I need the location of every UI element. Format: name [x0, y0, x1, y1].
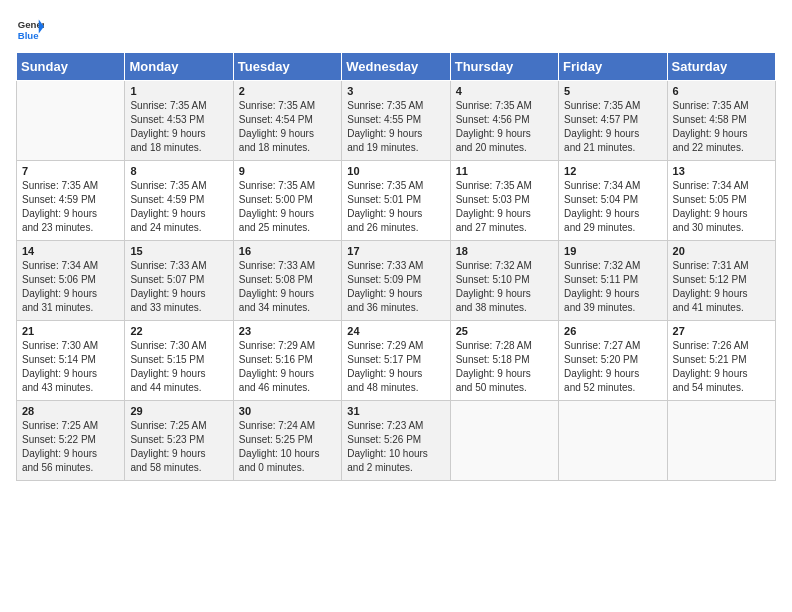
day-number: 28	[22, 405, 119, 417]
week-row-3: 14Sunrise: 7:34 AMSunset: 5:06 PMDayligh…	[17, 241, 776, 321]
day-number: 27	[673, 325, 770, 337]
calendar-cell: 9Sunrise: 7:35 AMSunset: 5:00 PMDaylight…	[233, 161, 341, 241]
logo-icon: General Blue	[16, 16, 44, 44]
calendar-cell: 31Sunrise: 7:23 AMSunset: 5:26 PMDayligh…	[342, 401, 450, 481]
calendar-cell: 20Sunrise: 7:31 AMSunset: 5:12 PMDayligh…	[667, 241, 775, 321]
calendar-cell: 24Sunrise: 7:29 AMSunset: 5:17 PMDayligh…	[342, 321, 450, 401]
day-number: 26	[564, 325, 661, 337]
calendar-cell: 26Sunrise: 7:27 AMSunset: 5:20 PMDayligh…	[559, 321, 667, 401]
calendar-cell: 27Sunrise: 7:26 AMSunset: 5:21 PMDayligh…	[667, 321, 775, 401]
day-info: Sunrise: 7:35 AMSunset: 5:03 PMDaylight:…	[456, 179, 553, 235]
day-info: Sunrise: 7:30 AMSunset: 5:15 PMDaylight:…	[130, 339, 227, 395]
calendar-cell	[17, 81, 125, 161]
calendar-cell: 15Sunrise: 7:33 AMSunset: 5:07 PMDayligh…	[125, 241, 233, 321]
day-number: 18	[456, 245, 553, 257]
day-number: 13	[673, 165, 770, 177]
header: General Blue	[16, 16, 776, 44]
day-info: Sunrise: 7:31 AMSunset: 5:12 PMDaylight:…	[673, 259, 770, 315]
day-number: 21	[22, 325, 119, 337]
calendar-body: 1Sunrise: 7:35 AMSunset: 4:53 PMDaylight…	[17, 81, 776, 481]
day-number: 15	[130, 245, 227, 257]
day-number: 19	[564, 245, 661, 257]
day-number: 2	[239, 85, 336, 97]
calendar-cell: 28Sunrise: 7:25 AMSunset: 5:22 PMDayligh…	[17, 401, 125, 481]
calendar-cell: 5Sunrise: 7:35 AMSunset: 4:57 PMDaylight…	[559, 81, 667, 161]
day-info: Sunrise: 7:34 AMSunset: 5:05 PMDaylight:…	[673, 179, 770, 235]
calendar-cell: 30Sunrise: 7:24 AMSunset: 5:25 PMDayligh…	[233, 401, 341, 481]
day-info: Sunrise: 7:29 AMSunset: 5:17 PMDaylight:…	[347, 339, 444, 395]
day-number: 6	[673, 85, 770, 97]
calendar-cell: 4Sunrise: 7:35 AMSunset: 4:56 PMDaylight…	[450, 81, 558, 161]
day-info: Sunrise: 7:35 AMSunset: 5:01 PMDaylight:…	[347, 179, 444, 235]
calendar-cell: 23Sunrise: 7:29 AMSunset: 5:16 PMDayligh…	[233, 321, 341, 401]
svg-text:Blue: Blue	[18, 30, 39, 41]
day-info: Sunrise: 7:33 AMSunset: 5:09 PMDaylight:…	[347, 259, 444, 315]
days-header-row: SundayMondayTuesdayWednesdayThursdayFrid…	[17, 53, 776, 81]
day-number: 14	[22, 245, 119, 257]
day-number: 23	[239, 325, 336, 337]
calendar-cell: 19Sunrise: 7:32 AMSunset: 5:11 PMDayligh…	[559, 241, 667, 321]
day-number: 22	[130, 325, 227, 337]
day-info: Sunrise: 7:35 AMSunset: 4:59 PMDaylight:…	[22, 179, 119, 235]
day-number: 11	[456, 165, 553, 177]
column-header-monday: Monday	[125, 53, 233, 81]
day-number: 10	[347, 165, 444, 177]
calendar-cell: 29Sunrise: 7:25 AMSunset: 5:23 PMDayligh…	[125, 401, 233, 481]
day-number: 4	[456, 85, 553, 97]
day-info: Sunrise: 7:33 AMSunset: 5:08 PMDaylight:…	[239, 259, 336, 315]
day-number: 24	[347, 325, 444, 337]
day-info: Sunrise: 7:35 AMSunset: 4:59 PMDaylight:…	[130, 179, 227, 235]
day-info: Sunrise: 7:34 AMSunset: 5:04 PMDaylight:…	[564, 179, 661, 235]
column-header-tuesday: Tuesday	[233, 53, 341, 81]
day-info: Sunrise: 7:35 AMSunset: 4:56 PMDaylight:…	[456, 99, 553, 155]
calendar-cell: 21Sunrise: 7:30 AMSunset: 5:14 PMDayligh…	[17, 321, 125, 401]
week-row-4: 21Sunrise: 7:30 AMSunset: 5:14 PMDayligh…	[17, 321, 776, 401]
day-info: Sunrise: 7:35 AMSunset: 5:00 PMDaylight:…	[239, 179, 336, 235]
calendar-cell: 10Sunrise: 7:35 AMSunset: 5:01 PMDayligh…	[342, 161, 450, 241]
day-info: Sunrise: 7:24 AMSunset: 5:25 PMDaylight:…	[239, 419, 336, 475]
column-header-saturday: Saturday	[667, 53, 775, 81]
calendar-cell: 1Sunrise: 7:35 AMSunset: 4:53 PMDaylight…	[125, 81, 233, 161]
day-info: Sunrise: 7:28 AMSunset: 5:18 PMDaylight:…	[456, 339, 553, 395]
day-number: 31	[347, 405, 444, 417]
day-info: Sunrise: 7:29 AMSunset: 5:16 PMDaylight:…	[239, 339, 336, 395]
week-row-5: 28Sunrise: 7:25 AMSunset: 5:22 PMDayligh…	[17, 401, 776, 481]
calendar-cell	[450, 401, 558, 481]
day-number: 29	[130, 405, 227, 417]
day-number: 30	[239, 405, 336, 417]
day-number: 9	[239, 165, 336, 177]
day-info: Sunrise: 7:32 AMSunset: 5:11 PMDaylight:…	[564, 259, 661, 315]
calendar-cell: 25Sunrise: 7:28 AMSunset: 5:18 PMDayligh…	[450, 321, 558, 401]
day-number: 7	[22, 165, 119, 177]
day-info: Sunrise: 7:35 AMSunset: 4:57 PMDaylight:…	[564, 99, 661, 155]
day-info: Sunrise: 7:35 AMSunset: 4:53 PMDaylight:…	[130, 99, 227, 155]
day-info: Sunrise: 7:35 AMSunset: 4:54 PMDaylight:…	[239, 99, 336, 155]
column-header-thursday: Thursday	[450, 53, 558, 81]
day-info: Sunrise: 7:35 AMSunset: 4:55 PMDaylight:…	[347, 99, 444, 155]
day-number: 17	[347, 245, 444, 257]
calendar-cell	[667, 401, 775, 481]
calendar-cell: 6Sunrise: 7:35 AMSunset: 4:58 PMDaylight…	[667, 81, 775, 161]
calendar-cell: 22Sunrise: 7:30 AMSunset: 5:15 PMDayligh…	[125, 321, 233, 401]
day-number: 8	[130, 165, 227, 177]
day-info: Sunrise: 7:30 AMSunset: 5:14 PMDaylight:…	[22, 339, 119, 395]
column-header-friday: Friday	[559, 53, 667, 81]
day-number: 16	[239, 245, 336, 257]
day-info: Sunrise: 7:34 AMSunset: 5:06 PMDaylight:…	[22, 259, 119, 315]
week-row-1: 1Sunrise: 7:35 AMSunset: 4:53 PMDaylight…	[17, 81, 776, 161]
day-number: 5	[564, 85, 661, 97]
day-info: Sunrise: 7:26 AMSunset: 5:21 PMDaylight:…	[673, 339, 770, 395]
calendar-cell: 7Sunrise: 7:35 AMSunset: 4:59 PMDaylight…	[17, 161, 125, 241]
calendar-cell: 2Sunrise: 7:35 AMSunset: 4:54 PMDaylight…	[233, 81, 341, 161]
day-info: Sunrise: 7:35 AMSunset: 4:58 PMDaylight:…	[673, 99, 770, 155]
day-number: 20	[673, 245, 770, 257]
calendar-cell: 16Sunrise: 7:33 AMSunset: 5:08 PMDayligh…	[233, 241, 341, 321]
calendar-table: SundayMondayTuesdayWednesdayThursdayFrid…	[16, 52, 776, 481]
calendar-cell: 12Sunrise: 7:34 AMSunset: 5:04 PMDayligh…	[559, 161, 667, 241]
calendar-cell: 3Sunrise: 7:35 AMSunset: 4:55 PMDaylight…	[342, 81, 450, 161]
column-header-wednesday: Wednesday	[342, 53, 450, 81]
calendar-cell: 17Sunrise: 7:33 AMSunset: 5:09 PMDayligh…	[342, 241, 450, 321]
calendar-cell	[559, 401, 667, 481]
calendar-cell: 11Sunrise: 7:35 AMSunset: 5:03 PMDayligh…	[450, 161, 558, 241]
column-header-sunday: Sunday	[17, 53, 125, 81]
